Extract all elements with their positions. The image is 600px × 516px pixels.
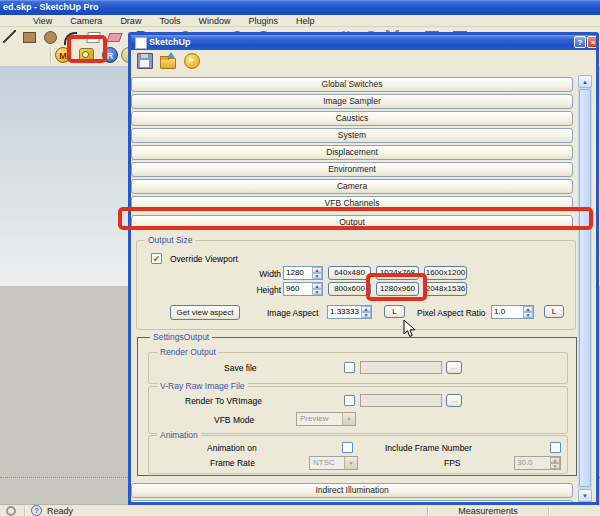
rollout-caustics[interactable]: Caustics	[131, 111, 573, 126]
menu-view[interactable]: View	[24, 16, 61, 26]
combo-arrow-icon[interactable]: ▼	[342, 413, 355, 425]
preset-800x600-button[interactable]: 800x600	[328, 282, 371, 296]
animation-on-checkbox[interactable]	[342, 442, 353, 453]
pixel-aspect-value[interactable]: 1.0	[492, 306, 523, 318]
save-file-browse-button[interactable]: ...	[446, 361, 462, 374]
render-to-vrimage-label: Render To VRImage	[185, 396, 262, 406]
preset-640x480-button[interactable]: 640x480	[328, 266, 371, 280]
spin-down-icon[interactable]: ▼	[550, 463, 560, 469]
vray-options-button[interactable]	[78, 47, 94, 63]
vfb-mode-label: VFB Mode	[214, 415, 254, 425]
menu-window[interactable]: Window	[189, 16, 239, 26]
rollout-system[interactable]: System	[131, 128, 573, 143]
vfb-mode-select[interactable]: Preview ▼	[296, 412, 356, 426]
polygon-tool-icon[interactable]	[85, 29, 100, 44]
line-tool-icon[interactable]	[2, 29, 17, 44]
settings-output-label: SettingsOutput	[150, 332, 212, 342]
status-orbit-icon	[6, 506, 16, 516]
circle-tool-icon[interactable]	[42, 29, 57, 44]
measurements-field[interactable]	[551, 505, 600, 516]
rollout-indirect-illumination[interactable]: Indirect Illumination	[131, 483, 573, 498]
save-settings-icon[interactable]	[136, 52, 153, 69]
rollout-partial-next[interactable]	[131, 500, 573, 504]
save-file-path-input[interactable]	[360, 361, 442, 374]
height-value[interactable]: 960	[284, 283, 312, 295]
save-file-checkbox[interactable]	[344, 362, 355, 373]
menu-plugins[interactable]: Plugins	[239, 16, 287, 26]
include-frame-checkbox[interactable]	[550, 442, 561, 453]
preset-1280x960-button[interactable]: 1280x960	[376, 282, 419, 296]
spin-down-icon[interactable]: ▼	[361, 312, 371, 318]
spin-down-icon[interactable]: ▼	[523, 312, 533, 318]
load-settings-icon[interactable]	[159, 52, 177, 69]
scroll-down-icon[interactable]: ▼	[578, 489, 592, 502]
width-spinner[interactable]: ▲▼	[312, 267, 322, 279]
animation-label: Animation	[157, 430, 201, 440]
dialog-scrollbar[interactable]: ▲ ▼	[578, 75, 592, 502]
preset-2048x1536-button[interactable]: 2048x1536	[424, 282, 467, 296]
fps-value: 30.0	[515, 457, 550, 469]
vray-material-editor-button[interactable]: M	[55, 47, 71, 63]
dialog-help-button[interactable]: ?	[574, 36, 586, 48]
spin-down-icon[interactable]: ▼	[312, 273, 322, 279]
image-aspect-value[interactable]: 1.33333	[328, 306, 361, 318]
dialog-titlebar[interactable]: SketchUp ? ×	[131, 35, 596, 50]
rollout-global-switches[interactable]: Global Switches	[131, 77, 573, 92]
image-aspect-spinbox[interactable]: 1.33333 ▲▼	[327, 305, 372, 319]
vray-raw-image-label: V-Ray Raw Image File	[157, 381, 248, 391]
image-aspect-lock-button[interactable]: L	[384, 305, 405, 318]
menubar: View Camera Draw Tools Window Plugins He…	[0, 15, 600, 27]
pixel-aspect-spinbox[interactable]: 1.0 ▲▼	[491, 305, 534, 319]
output-size-label: Output Size	[145, 235, 195, 245]
width-spinbox[interactable]: 1280 ▲▼	[283, 266, 323, 280]
height-spinner[interactable]: ▲▼	[312, 283, 322, 295]
rectangle-tool-icon[interactable]	[21, 29, 36, 44]
window-titlebar[interactable]: ed.skp - SketchUp Pro	[0, 0, 600, 15]
output-size-group: Output Size ✔ Override Viewport Width 12…	[136, 240, 576, 330]
scrollbar-thumb[interactable]	[579, 89, 591, 487]
rollout-displacement[interactable]: Displacement	[131, 145, 573, 160]
menu-help[interactable]: Help	[287, 16, 324, 26]
get-view-aspect-button[interactable]: Get view aspect	[170, 305, 240, 320]
frame-rate-select[interactable]: NTSC ▼	[309, 456, 358, 470]
preset-1024x768-button[interactable]: 1024x768	[376, 266, 419, 280]
height-spinbox[interactable]: 960 ▲▼	[283, 282, 323, 296]
image-aspect-spinner[interactable]: ▲▼	[361, 306, 371, 318]
combo-arrow-icon[interactable]: ▼	[344, 457, 357, 469]
arc-tool-icon[interactable]	[62, 29, 77, 44]
dialog-content: Global Switches Image Sampler Caustics S…	[131, 73, 596, 502]
fps-spinbox[interactable]: 30.0 ▲▼	[514, 456, 561, 470]
vrimage-path-input[interactable]	[360, 394, 442, 407]
width-value[interactable]: 1280	[284, 267, 312, 279]
override-viewport-checkbox[interactable]: ✔	[151, 253, 162, 264]
sketchup-window: ed.skp - SketchUp Pro View Camera Draw T…	[0, 0, 600, 516]
rollout-vfb-channels[interactable]: VFB Channels	[131, 196, 573, 211]
status-ready-text: Ready	[47, 506, 73, 516]
save-file-label: Save file	[224, 363, 257, 373]
menu-camera[interactable]: Camera	[61, 16, 111, 26]
rollout-camera[interactable]: Camera	[131, 179, 573, 194]
rollout-output[interactable]: Output	[131, 215, 573, 230]
scroll-up-icon[interactable]: ▲	[578, 75, 592, 88]
pixel-aspect-spinner[interactable]: ▲▼	[523, 306, 533, 318]
statusbar: ? Ready Measurements	[0, 504, 600, 516]
vray-render-button[interactable]: R	[102, 47, 118, 63]
rollout-image-sampler[interactable]: Image Sampler	[131, 94, 573, 109]
dialog-title: SketchUp	[149, 35, 191, 50]
eraser-tool-icon[interactable]	[106, 29, 121, 44]
status-help-icon[interactable]: ?	[31, 505, 42, 516]
menu-tools[interactable]: Tools	[150, 16, 189, 26]
menu-draw[interactable]: Draw	[111, 16, 150, 26]
vrimage-browse-button[interactable]: ...	[446, 394, 462, 407]
fps-spinner[interactable]: ▲▼	[550, 457, 560, 469]
pixel-aspect-lock-button[interactable]: L	[544, 305, 564, 318]
render-icon[interactable]	[183, 52, 200, 69]
rollout-environment[interactable]: Environment	[131, 162, 573, 177]
pixel-aspect-label: Pixel Aspect Ratio	[417, 308, 486, 318]
preset-1600x1200-button[interactable]: 1600x1200	[424, 266, 467, 280]
render-to-vrimage-checkbox[interactable]	[344, 395, 355, 406]
image-aspect-label: Image Aspect	[267, 308, 319, 318]
spin-down-icon[interactable]: ▼	[312, 289, 322, 295]
dialog-close-button[interactable]: ×	[587, 36, 599, 48]
vray-raw-image-group: V-Ray Raw Image File Render To VRImage .…	[148, 386, 568, 434]
